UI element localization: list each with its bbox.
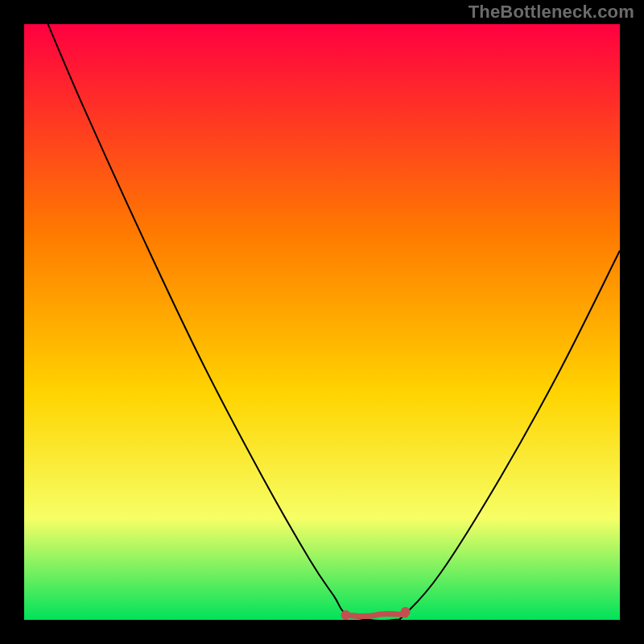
plot-background (24, 24, 620, 620)
bottleneck-chart (0, 0, 644, 644)
floor-highlight (346, 614, 406, 617)
floor-start-dot (341, 610, 351, 620)
floor-end-dot (401, 607, 411, 617)
chart-frame: TheBottleneck.com (0, 0, 644, 644)
